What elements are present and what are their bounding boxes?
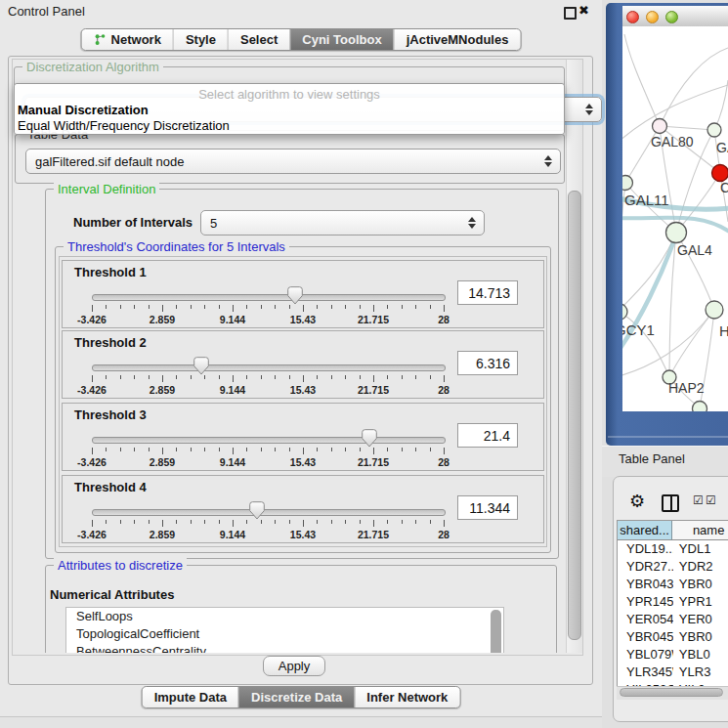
threshold-label: Threshold 1 [74,265,147,279]
horizontal-scrollbar-thumb[interactable] [620,688,723,697]
spinner-arrows-icon [468,217,476,229]
scale-label: -3.426 [77,314,107,325]
control-panel-titlebar[interactable]: Control Panel ✖ [0,0,602,23]
apply-button[interactable]: Apply [263,656,325,676]
slider-thumb[interactable] [249,501,265,520]
control-panel-window: Control Panel ✖ NetworkStyleSelectCyni T… [0,0,602,728]
scale-label: 28 [438,314,450,325]
slider-track[interactable] [92,509,446,516]
minimize-traffic-light[interactable] [646,11,659,23]
table-row[interactable]: YLR345WYLR3 [618,664,728,681]
close-traffic-light[interactable] [626,11,639,23]
cell-name[interactable]: YBL0 [673,646,728,664]
slider-thumb[interactable] [287,286,303,305]
tab-style[interactable]: Style [173,29,228,50]
network-node [666,223,687,243]
tab-cyni-toolbox[interactable]: Cyni Toolbox [289,29,393,50]
cell-name[interactable]: YBR0 [673,628,728,646]
close-icon[interactable]: ✖ [578,3,589,18]
vertical-scrollbar-thumb[interactable] [568,191,581,640]
numerical-attributes-list[interactable]: SelfLoopsTopologicalCoefficientBetweenne… [65,607,504,653]
network-node-label: GAL4 [677,242,712,258]
algorithm-option[interactable]: Equal Width/Frequency Discretization [18,118,230,133]
tab-impute-data[interactable]: Impute Data [143,687,238,707]
cell-name[interactable]: YDR2 [673,558,728,576]
group-title: Threshold's Coordinates for 5 Intervals [64,239,289,254]
group-table-data: Table Data galFiltered.sif default node [15,134,565,184]
threshold-panel: Threshold 4 -3.4262.8599.14415.4321.7152… [62,475,544,543]
scale-label: 21.715 [358,384,389,396]
scale-label: 9.144 [220,314,245,325]
table-data-combobox[interactable]: galFiltered.sif default node [25,149,561,174]
scale-label: 2.859 [150,456,175,468]
cell-shared-name[interactable]: YDL19... [618,540,673,558]
frame-highlight [608,436,728,438]
table-row[interactable]: YBR045CYBR0 [618,628,728,646]
scale-label: 28 [438,529,450,540]
threshold-value-field[interactable]: 6.316 [457,351,518,375]
network-icon [94,33,107,46]
tab-discretize-data[interactable]: Discretize Data [238,687,354,707]
gear-icon[interactable]: ⚙ [629,491,645,511]
tab-label: Impute Data [154,690,227,705]
slider-track[interactable] [92,437,446,444]
slider-track[interactable] [92,364,446,371]
tab-select[interactable]: Select [228,29,289,50]
number-of-intervals-combobox[interactable]: 5 [200,210,485,236]
attribute-item[interactable]: TopologicalCoefficient [66,625,503,643]
network-node-label: HAP2 [668,380,705,396]
checkbox-icon[interactable]: ☑ [706,493,716,507]
tab-jactivemnodules[interactable]: jActiveMNodules [394,29,521,50]
cell-shared-name[interactable]: YBR043C [618,576,673,593]
column-header-name[interactable]: name [672,521,728,540]
table-row[interactable]: YBR043CYBR0 [618,576,728,593]
cell-name[interactable]: YER0 [673,611,728,628]
table-row[interactable]: YDR27...YDR2 [618,558,728,576]
slider-thumb[interactable] [193,357,209,375]
threshold-label: Threshold 2 [74,335,147,350]
list-scrollbar[interactable] [491,610,501,653]
tab-infer-network[interactable]: Infer Network [354,687,459,707]
node-table[interactable]: shared... name YDL19...YDL1YDR27...YDR2Y… [617,520,728,687]
cell-shared-name[interactable]: YBR045C [618,628,673,646]
attribute-item[interactable]: BetweennessCentrality [66,643,503,653]
attribute-item[interactable]: SelfLoops [66,608,503,625]
threshold-value-field[interactable]: 11.344 [457,495,518,520]
threshold-value-field[interactable]: 21.4 [457,423,518,448]
column-header-shared[interactable]: shared... [618,521,672,540]
slider-track[interactable] [92,294,446,301]
network-canvas[interactable]: GAL80GACGAL11GAL4GCY1HHAP2 [622,26,728,411]
table-row[interactable]: YPR145WYPR1 [618,593,728,611]
network-node [706,301,723,319]
zoom-traffic-light[interactable] [665,11,678,23]
cell-name[interactable]: YBR0 [673,576,728,593]
checkbox-icon[interactable]: ☑ [693,493,704,507]
slider-scale-labels: -3.4262.8599.14415.4321.71528 [92,456,444,468]
slider-thumb[interactable] [362,429,377,448]
cell-shared-name[interactable]: YER054C [618,611,673,628]
algorithm-option[interactable]: Manual Discretization [18,103,149,117]
tab-label: Cyni Toolbox [302,32,381,47]
cell-shared-name[interactable]: YPR145W [618,593,673,611]
tab-network[interactable]: Network [82,29,173,50]
split-columns-icon[interactable] [662,494,679,512]
cell-shared-name[interactable]: YDR27... [618,558,673,576]
slider-scale-labels: -3.4262.8599.14415.4321.71528 [92,384,444,396]
threshold-panel: Threshold 1 -3.4262.8599.14415.4321.7152… [62,260,544,328]
cell-shared-name[interactable]: YBL079W [618,646,673,664]
cell-name[interactable]: YPR1 [673,593,728,611]
cell-name[interactable]: YDL1 [673,540,728,558]
table-row[interactable]: YDL19...YDL1 [618,540,728,558]
scale-label: 2.859 [150,384,175,396]
cell-shared-name[interactable]: YLR345W [618,664,673,681]
scale-label: -3.426 [77,456,107,468]
network-node [622,304,627,320]
float-window-icon[interactable] [564,7,577,20]
scale-label: 21.715 [358,456,389,468]
cell-name[interactable]: YLR3 [673,664,728,681]
control-panel-title: Control Panel [8,4,85,19]
table-row[interactable]: YER054CYER0 [618,611,728,628]
threshold-value-field[interactable]: 14.713 [457,280,518,305]
table-panel-title: Table Panel [619,451,685,466]
table-row[interactable]: YBL079WYBL0 [618,646,728,664]
